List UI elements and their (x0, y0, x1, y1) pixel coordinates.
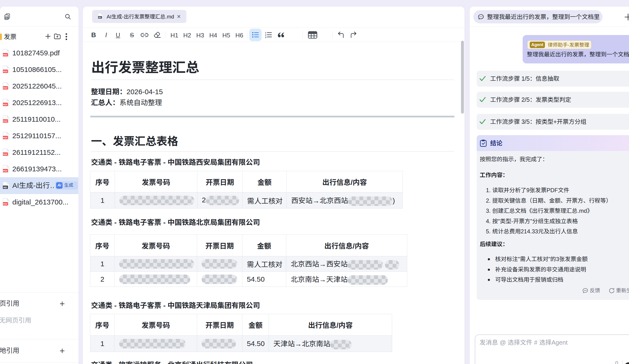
svg-text:PDF: PDF (3, 203, 7, 205)
svg-text:1: 1 (265, 31, 266, 34)
svg-text:PDF: PDF (3, 120, 7, 122)
svg-text:2: 2 (265, 34, 266, 36)
svg-text:MD: MD (3, 186, 7, 189)
svg-text:3: 3 (265, 36, 266, 38)
svg-text:PDF: PDF (3, 103, 7, 106)
svg-text:MD: MD (99, 16, 101, 18)
svg-text:AI: AI (6, 17, 7, 18)
svg-text:PDF: PDF (3, 170, 7, 172)
svg-text:PDF: PDF (3, 70, 7, 73)
svg-text:PDF: PDF (3, 87, 7, 89)
svg-text:PDF: PDF (3, 54, 7, 56)
svg-text:PDF: PDF (3, 153, 7, 156)
svg-text:PDF: PDF (3, 136, 7, 139)
